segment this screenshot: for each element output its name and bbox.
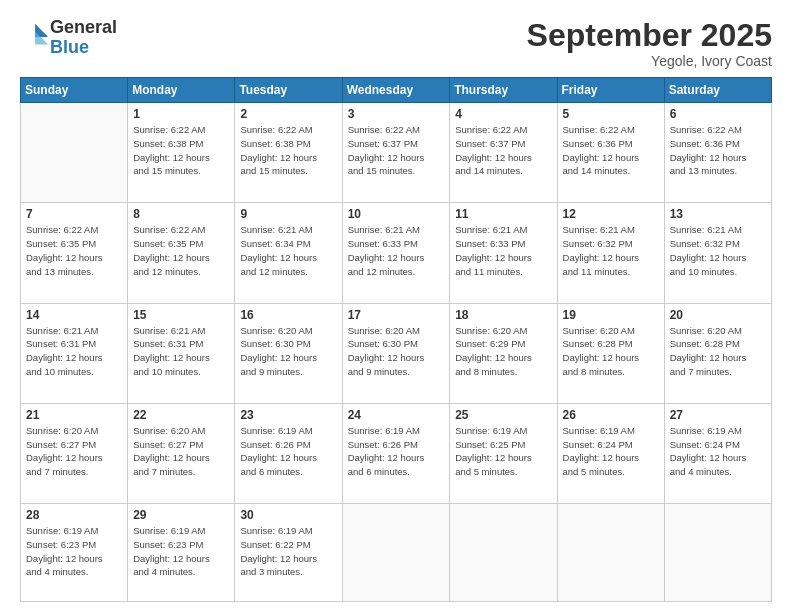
header: General Blue September 2025 Yegole, Ivor… [20, 18, 772, 69]
day-cell: 8Sunrise: 6:22 AM Sunset: 6:35 PM Daylig… [128, 203, 235, 303]
day-number: 10 [348, 207, 445, 221]
logo-text: General Blue [50, 18, 117, 58]
day-info: Sunrise: 6:22 AM Sunset: 6:36 PM Dayligh… [670, 123, 766, 178]
calendar: SundayMondayTuesdayWednesdayThursdayFrid… [20, 77, 772, 602]
day-cell: 21Sunrise: 6:20 AM Sunset: 6:27 PM Dayli… [21, 403, 128, 503]
day-info: Sunrise: 6:22 AM Sunset: 6:35 PM Dayligh… [133, 223, 229, 278]
day-info: Sunrise: 6:20 AM Sunset: 6:27 PM Dayligh… [133, 424, 229, 479]
day-cell: 17Sunrise: 6:20 AM Sunset: 6:30 PM Dayli… [342, 303, 450, 403]
day-cell: 18Sunrise: 6:20 AM Sunset: 6:29 PM Dayli… [450, 303, 557, 403]
day-cell: 12Sunrise: 6:21 AM Sunset: 6:32 PM Dayli… [557, 203, 664, 303]
weekday-monday: Monday [128, 78, 235, 103]
day-info: Sunrise: 6:21 AM Sunset: 6:33 PM Dayligh… [348, 223, 445, 278]
day-cell: 20Sunrise: 6:20 AM Sunset: 6:28 PM Dayli… [664, 303, 771, 403]
day-cell: 13Sunrise: 6:21 AM Sunset: 6:32 PM Dayli… [664, 203, 771, 303]
day-number: 20 [670, 308, 766, 322]
day-number: 9 [240, 207, 336, 221]
logo-blue: Blue [50, 38, 117, 58]
day-info: Sunrise: 6:19 AM Sunset: 6:23 PM Dayligh… [26, 524, 122, 579]
day-number: 13 [670, 207, 766, 221]
day-cell [21, 103, 128, 203]
week-row-1: 1Sunrise: 6:22 AM Sunset: 6:38 PM Daylig… [21, 103, 772, 203]
day-cell [450, 504, 557, 602]
day-info: Sunrise: 6:19 AM Sunset: 6:25 PM Dayligh… [455, 424, 551, 479]
logo: General Blue [20, 18, 117, 58]
day-number: 8 [133, 207, 229, 221]
location: Yegole, Ivory Coast [527, 53, 772, 69]
day-cell: 4Sunrise: 6:22 AM Sunset: 6:37 PM Daylig… [450, 103, 557, 203]
day-number: 11 [455, 207, 551, 221]
day-info: Sunrise: 6:20 AM Sunset: 6:30 PM Dayligh… [240, 324, 336, 379]
day-cell: 22Sunrise: 6:20 AM Sunset: 6:27 PM Dayli… [128, 403, 235, 503]
day-info: Sunrise: 6:22 AM Sunset: 6:36 PM Dayligh… [563, 123, 659, 178]
day-number: 19 [563, 308, 659, 322]
day-info: Sunrise: 6:19 AM Sunset: 6:24 PM Dayligh… [670, 424, 766, 479]
day-info: Sunrise: 6:19 AM Sunset: 6:26 PM Dayligh… [348, 424, 445, 479]
day-cell: 2Sunrise: 6:22 AM Sunset: 6:38 PM Daylig… [235, 103, 342, 203]
title-block: September 2025 Yegole, Ivory Coast [527, 18, 772, 69]
day-info: Sunrise: 6:19 AM Sunset: 6:24 PM Dayligh… [563, 424, 659, 479]
day-number: 17 [348, 308, 445, 322]
day-info: Sunrise: 6:22 AM Sunset: 6:37 PM Dayligh… [455, 123, 551, 178]
day-info: Sunrise: 6:21 AM Sunset: 6:31 PM Dayligh… [26, 324, 122, 379]
day-info: Sunrise: 6:22 AM Sunset: 6:38 PM Dayligh… [133, 123, 229, 178]
day-cell [664, 504, 771, 602]
day-number: 18 [455, 308, 551, 322]
day-info: Sunrise: 6:21 AM Sunset: 6:31 PM Dayligh… [133, 324, 229, 379]
day-number: 1 [133, 107, 229, 121]
day-info: Sunrise: 6:21 AM Sunset: 6:32 PM Dayligh… [563, 223, 659, 278]
day-cell: 11Sunrise: 6:21 AM Sunset: 6:33 PM Dayli… [450, 203, 557, 303]
day-info: Sunrise: 6:19 AM Sunset: 6:22 PM Dayligh… [240, 524, 336, 579]
day-info: Sunrise: 6:22 AM Sunset: 6:37 PM Dayligh… [348, 123, 445, 178]
day-info: Sunrise: 6:20 AM Sunset: 6:28 PM Dayligh… [563, 324, 659, 379]
day-cell: 23Sunrise: 6:19 AM Sunset: 6:26 PM Dayli… [235, 403, 342, 503]
day-number: 29 [133, 508, 229, 522]
day-cell: 19Sunrise: 6:20 AM Sunset: 6:28 PM Dayli… [557, 303, 664, 403]
weekday-wednesday: Wednesday [342, 78, 450, 103]
day-number: 25 [455, 408, 551, 422]
day-cell: 3Sunrise: 6:22 AM Sunset: 6:37 PM Daylig… [342, 103, 450, 203]
weekday-header-row: SundayMondayTuesdayWednesdayThursdayFrid… [21, 78, 772, 103]
day-number: 21 [26, 408, 122, 422]
week-row-2: 7Sunrise: 6:22 AM Sunset: 6:35 PM Daylig… [21, 203, 772, 303]
day-number: 14 [26, 308, 122, 322]
day-number: 27 [670, 408, 766, 422]
weekday-friday: Friday [557, 78, 664, 103]
weekday-sunday: Sunday [21, 78, 128, 103]
logo-general: General [50, 18, 117, 38]
day-cell: 6Sunrise: 6:22 AM Sunset: 6:36 PM Daylig… [664, 103, 771, 203]
day-number: 22 [133, 408, 229, 422]
day-info: Sunrise: 6:20 AM Sunset: 6:27 PM Dayligh… [26, 424, 122, 479]
day-info: Sunrise: 6:20 AM Sunset: 6:30 PM Dayligh… [348, 324, 445, 379]
day-cell: 1Sunrise: 6:22 AM Sunset: 6:38 PM Daylig… [128, 103, 235, 203]
day-info: Sunrise: 6:22 AM Sunset: 6:38 PM Dayligh… [240, 123, 336, 178]
day-cell: 26Sunrise: 6:19 AM Sunset: 6:24 PM Dayli… [557, 403, 664, 503]
weekday-tuesday: Tuesday [235, 78, 342, 103]
day-number: 23 [240, 408, 336, 422]
day-cell: 9Sunrise: 6:21 AM Sunset: 6:34 PM Daylig… [235, 203, 342, 303]
day-number: 12 [563, 207, 659, 221]
day-info: Sunrise: 6:21 AM Sunset: 6:34 PM Dayligh… [240, 223, 336, 278]
day-info: Sunrise: 6:20 AM Sunset: 6:28 PM Dayligh… [670, 324, 766, 379]
day-info: Sunrise: 6:19 AM Sunset: 6:26 PM Dayligh… [240, 424, 336, 479]
day-cell: 29Sunrise: 6:19 AM Sunset: 6:23 PM Dayli… [128, 504, 235, 602]
day-cell: 28Sunrise: 6:19 AM Sunset: 6:23 PM Dayli… [21, 504, 128, 602]
day-number: 24 [348, 408, 445, 422]
day-cell: 14Sunrise: 6:21 AM Sunset: 6:31 PM Dayli… [21, 303, 128, 403]
weekday-thursday: Thursday [450, 78, 557, 103]
day-cell: 16Sunrise: 6:20 AM Sunset: 6:30 PM Dayli… [235, 303, 342, 403]
day-number: 26 [563, 408, 659, 422]
day-cell: 24Sunrise: 6:19 AM Sunset: 6:26 PM Dayli… [342, 403, 450, 503]
month-title: September 2025 [527, 18, 772, 53]
day-cell: 25Sunrise: 6:19 AM Sunset: 6:25 PM Dayli… [450, 403, 557, 503]
day-cell: 7Sunrise: 6:22 AM Sunset: 6:35 PM Daylig… [21, 203, 128, 303]
day-number: 4 [455, 107, 551, 121]
day-number: 15 [133, 308, 229, 322]
day-info: Sunrise: 6:21 AM Sunset: 6:33 PM Dayligh… [455, 223, 551, 278]
page: General Blue September 2025 Yegole, Ivor… [0, 0, 792, 612]
day-number: 7 [26, 207, 122, 221]
day-number: 6 [670, 107, 766, 121]
day-number: 28 [26, 508, 122, 522]
day-number: 2 [240, 107, 336, 121]
day-cell [557, 504, 664, 602]
